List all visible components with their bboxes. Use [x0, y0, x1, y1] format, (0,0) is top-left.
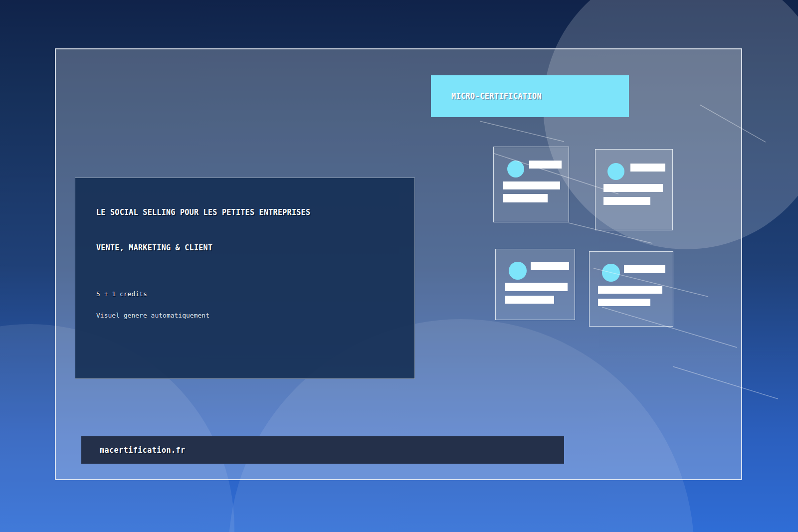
text-placeholder-bar [503, 194, 548, 202]
text-placeholder-bar [598, 286, 662, 294]
text-placeholder-bar [603, 184, 663, 192]
text-placeholder-bar [630, 164, 665, 172]
website-footer-bar: macertification.fr [81, 436, 564, 464]
course-subtitle: VENTE, MARKETING & CLIENT [96, 243, 212, 252]
course-credits: 5 + 1 credits [96, 290, 147, 298]
course-title: LE SOCIAL SELLING POUR LES PETITES ENTRE… [96, 208, 310, 217]
text-placeholder-bar [503, 181, 560, 189]
text-placeholder-bar [531, 262, 569, 270]
text-placeholder-bar [529, 161, 562, 169]
website-url: macertification.fr [100, 446, 186, 455]
placeholder-card-3 [495, 249, 575, 320]
placeholder-card-2 [595, 149, 673, 230]
avatar-circle-icon [507, 161, 524, 177]
text-placeholder-bar [505, 283, 568, 291]
text-placeholder-bar [603, 197, 650, 205]
avatar-circle-icon [607, 163, 624, 180]
placeholder-card-1 [493, 147, 569, 222]
text-placeholder-bar [624, 265, 665, 273]
auto-generated-note: Visuel genere automatiquement [96, 312, 209, 319]
promo-visual-canvas: MICRO-CERTIFICATION LE SOCIAL SELLING PO… [0, 0, 798, 532]
text-placeholder-bar [598, 299, 650, 306]
placeholder-card-4 [589, 251, 673, 327]
course-info-card: LE SOCIAL SELLING POUR LES PETITES ENTRE… [75, 177, 415, 379]
certification-banner-label: MICRO-CERTIFICATION [451, 92, 542, 101]
avatar-circle-icon [602, 264, 620, 282]
avatar-circle-icon [509, 262, 527, 280]
text-placeholder-bar [505, 296, 554, 304]
certification-banner: MICRO-CERTIFICATION [431, 75, 629, 117]
